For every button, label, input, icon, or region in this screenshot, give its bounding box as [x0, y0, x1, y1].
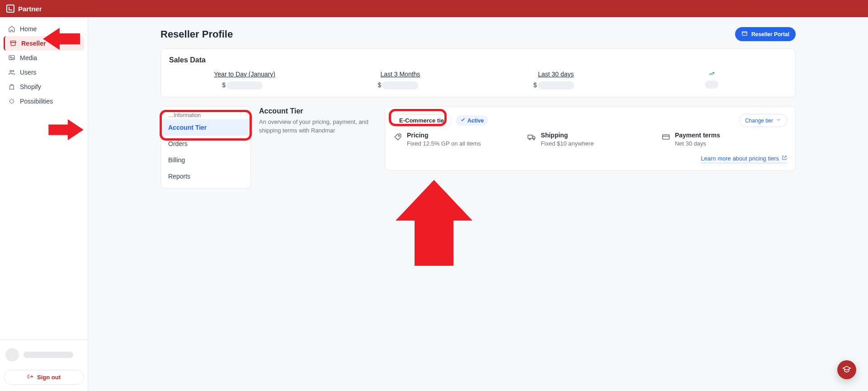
sales-stat-value-redacted: $ [538, 81, 574, 90]
tier-chip: E-Commerce tier [393, 114, 452, 127]
users-icon [8, 69, 15, 76]
profile-sub-nav: …Information Account Tier Orders Billing… [160, 106, 251, 188]
sidebar-item-possibilities[interactable]: Possibilities [4, 94, 84, 108]
sales-stat-label[interactable]: Last 30 days [538, 71, 574, 78]
tier-block-title: Pricing [407, 132, 481, 139]
tier-card-inner: E-Commerce tier Active Change tier [393, 114, 787, 163]
change-tier-label: Change tier [745, 118, 773, 124]
card-icon [661, 132, 670, 141]
sidebar: Home Reseller Media Users [0, 17, 88, 391]
tier-block-payment: Payment terms Net 30 days [661, 132, 787, 148]
topbar: Partner [0, 0, 868, 17]
page-header: Reseller Profile Reseller Portal [160, 27, 796, 41]
active-pill: Active [456, 115, 488, 126]
sidebar-item-label: Media [20, 54, 37, 61]
tier-block-title: Shipping [541, 132, 594, 139]
subnav-item-account-tier[interactable]: Account Tier [161, 119, 250, 136]
sales-stat-label[interactable]: Year to Day (January) [214, 71, 275, 78]
subnav-item-reports[interactable]: Reports [161, 168, 250, 184]
sales-stat-30d: Last 30 days $ [481, 71, 632, 90]
sidebar-item-label: Possibilities [20, 98, 53, 105]
active-pill-label: Active [467, 118, 484, 124]
change-tier-button[interactable]: Change tier [739, 114, 787, 127]
sales-trend [636, 71, 787, 89]
sales-grid: Year to Day (January) $ Last 3 Months $ … [169, 71, 787, 90]
user-row[interactable] [4, 344, 84, 365]
subnav-item-label: Billing [168, 156, 185, 164]
brand-logo-icon [6, 5, 14, 13]
sales-title: Sales Data [169, 56, 787, 64]
subnav-item-orders[interactable]: Orders [161, 136, 250, 152]
tier-block-sub: Fixed $10 anywhere [541, 140, 594, 148]
svg-rect-6 [528, 135, 533, 139]
bag-icon [8, 83, 15, 90]
svg-point-2 [10, 70, 12, 72]
help-fab[interactable] [837, 360, 856, 379]
check-icon [460, 117, 466, 124]
brand-name: Partner [18, 5, 42, 13]
sidebar-item-label: Home [20, 25, 37, 33]
subnav-item-label: Account Tier [168, 124, 207, 131]
graduation-cap-icon [842, 365, 851, 375]
content-row: …Information Account Tier Orders Billing… [160, 106, 796, 188]
signout-icon [27, 373, 33, 381]
sidebar-nav: Home Reseller Media Users [0, 22, 88, 108]
tier-body: Pricing Fixed 12.5% GP on all items Ship… [393, 132, 787, 148]
sidebar-item-shopify[interactable]: Shopify [4, 80, 84, 94]
sales-stat-label[interactable]: Last 3 Months [380, 71, 420, 78]
svg-point-8 [533, 139, 535, 140]
tier-block-sub: Net 30 days [675, 140, 720, 148]
page-title: Reseller Profile [160, 28, 233, 40]
image-icon [8, 54, 15, 61]
svg-point-3 [13, 71, 14, 72]
svg-point-5 [398, 135, 400, 137]
subnav-item-label: Orders [168, 140, 188, 147]
signout-button[interactable]: Sign out [4, 370, 84, 385]
tier-info-desc: An overview of your pricing, payment, an… [259, 118, 377, 135]
sidebar-item-users[interactable]: Users [4, 65, 84, 80]
sales-stat-value-redacted: $ [382, 81, 418, 90]
user-name-redacted [24, 352, 73, 358]
sidebar-item-reseller[interactable]: Reseller [4, 36, 84, 51]
trend-value-redacted [705, 80, 718, 89]
sidebar-item-label: Shopify [20, 83, 41, 90]
tier-block-sub: Fixed 12.5% GP on all items [407, 140, 481, 148]
svg-point-1 [10, 57, 12, 58]
sidebar-item-label: Users [20, 69, 37, 76]
sidebar-item-label: Reseller [21, 40, 46, 47]
sales-stat-3m: Last 3 Months $ [325, 71, 476, 90]
sparkle-icon [8, 98, 15, 105]
tier-left-group: E-Commerce tier Active [393, 114, 488, 127]
external-icon [741, 30, 748, 38]
portal-button-label: Reseller Portal [751, 31, 789, 38]
main: Reseller Profile Reseller Portal Sales D… [88, 17, 868, 391]
sales-stat-value-redacted: $ [226, 81, 263, 90]
avatar [5, 348, 19, 362]
tier-info: Account Tier An overview of your pricing… [259, 106, 377, 135]
tier-block-shipping: Shipping Fixed $10 anywhere [527, 132, 653, 148]
sales-card: Sales Data Year to Day (January) $ Last … [160, 48, 796, 97]
tier-block-title: Payment terms [675, 132, 720, 139]
trend-up-icon [708, 71, 716, 77]
truck-icon [527, 132, 536, 141]
sidebar-item-home[interactable]: Home [4, 22, 84, 36]
subnav-item-billing[interactable]: Billing [161, 152, 250, 168]
learn-more-label: Learn more about pricing tiers [701, 155, 779, 162]
svg-rect-9 [662, 135, 669, 139]
signout-label: Sign out [37, 374, 61, 381]
subnav-trim-label: …Information [161, 110, 250, 119]
sidebar-item-media[interactable]: Media [4, 51, 84, 65]
store-icon [9, 40, 17, 47]
chevron-down-icon [776, 117, 781, 124]
external-link-icon [782, 155, 787, 162]
tier-block-pricing: Pricing Fixed 12.5% GP on all items [393, 132, 519, 148]
svg-point-7 [529, 139, 531, 140]
svg-marker-12 [396, 180, 472, 266]
home-icon [8, 25, 15, 33]
learn-more-link[interactable]: Learn more about pricing tiers [701, 155, 787, 163]
reseller-portal-button[interactable]: Reseller Portal [735, 27, 796, 41]
annotation-arrow-up-icon [396, 180, 472, 266]
sales-stat-ytd: Year to Day (January) $ [169, 71, 320, 90]
tag-icon [393, 132, 402, 141]
svg-rect-4 [742, 32, 747, 35]
